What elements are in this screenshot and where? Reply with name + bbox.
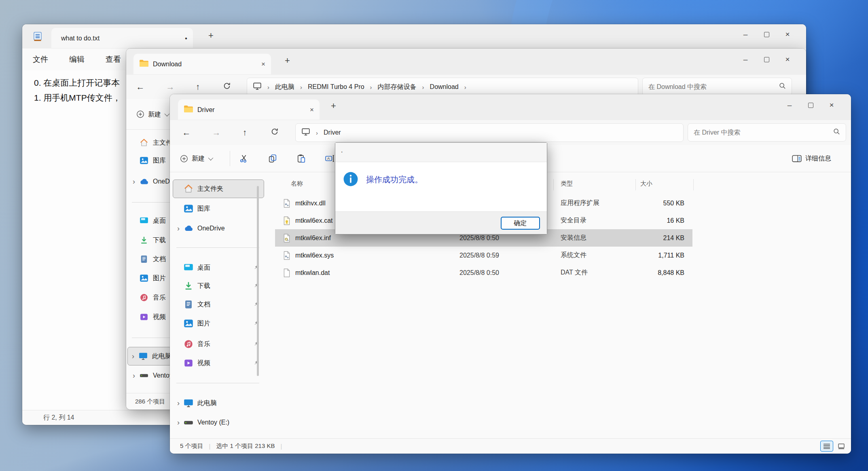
home-icon bbox=[184, 184, 193, 194]
details-view-button[interactable] bbox=[820, 441, 833, 452]
status-divider: | bbox=[209, 443, 211, 450]
driver-tab[interactable]: Driver × bbox=[178, 99, 320, 120]
new-tab-button[interactable]: + bbox=[208, 30, 214, 41]
sidebar-item-onedrive[interactable]: › OneDrive bbox=[173, 220, 264, 237]
device-icon bbox=[301, 127, 310, 138]
new-button[interactable]: 新建 bbox=[180, 154, 212, 163]
minimize-button[interactable]: – bbox=[735, 52, 756, 67]
column-header-size[interactable]: 大小 bbox=[640, 180, 652, 188]
address-bar[interactable]: › Driver bbox=[295, 123, 684, 142]
search-input[interactable] bbox=[643, 83, 779, 91]
expander-icon[interactable]: › bbox=[173, 399, 184, 408]
paste-button[interactable] bbox=[292, 150, 310, 167]
file-row[interactable]: mtkwlan.dat 2025/8/8 0:50 DAT 文件 8,848 K… bbox=[275, 264, 692, 281]
close-button[interactable]: × bbox=[777, 52, 798, 67]
maximize-button[interactable] bbox=[756, 52, 777, 67]
back-button[interactable]: ← bbox=[133, 82, 147, 92]
gallery-icon bbox=[139, 156, 149, 165]
notepad-tab[interactable]: what to do.txt ● bbox=[51, 28, 193, 49]
expander-icon[interactable]: › bbox=[173, 224, 184, 233]
new-tab-button[interactable]: + bbox=[331, 101, 336, 111]
sys-file-icon bbox=[283, 247, 290, 264]
driver-tab-title: Driver bbox=[197, 106, 307, 114]
refresh-button[interactable] bbox=[268, 128, 282, 138]
sidebar-item-downloads[interactable]: 下载 bbox=[173, 277, 264, 295]
device-icon bbox=[253, 82, 262, 92]
download-titlebar[interactable]: Download × + – × bbox=[126, 49, 806, 75]
breadcrumb-separator: › bbox=[300, 84, 302, 91]
cat-file-icon bbox=[283, 212, 290, 229]
forward-button[interactable]: → bbox=[210, 128, 223, 137]
new-button[interactable]: 新建 bbox=[136, 110, 168, 118]
ok-button-label: 确定 bbox=[514, 219, 527, 228]
menu-edit[interactable]: 编辑 bbox=[59, 54, 95, 65]
sidebar-scrollbar[interactable] bbox=[257, 186, 259, 376]
tab-close-icon[interactable]: × bbox=[261, 60, 265, 68]
music-icon bbox=[184, 339, 193, 349]
expander-icon[interactable]: › bbox=[129, 372, 139, 380]
breadcrumb-this-pc[interactable]: 此电脑 bbox=[275, 83, 294, 91]
search-input[interactable] bbox=[688, 129, 833, 136]
column-header-type[interactable]: 类型 bbox=[561, 180, 573, 188]
tab-close-icon[interactable]: × bbox=[310, 106, 314, 114]
maximize-button[interactable] bbox=[800, 97, 821, 113]
breadcrumb-folder[interactable]: Driver bbox=[324, 129, 341, 136]
expander-icon[interactable]: › bbox=[173, 418, 184, 427]
search-box[interactable] bbox=[688, 123, 846, 142]
sidebar-item-music[interactable]: 音乐 bbox=[173, 335, 264, 353]
breadcrumb-separator: › bbox=[316, 129, 318, 136]
ok-button[interactable]: 确定 bbox=[501, 217, 540, 230]
cursor-position-status: 行 2, 列 14 bbox=[43, 414, 74, 422]
icons-view-button[interactable] bbox=[835, 441, 848, 452]
copy-button[interactable] bbox=[264, 150, 282, 167]
refresh-button[interactable] bbox=[220, 82, 234, 92]
documents-icon bbox=[139, 254, 149, 264]
download-tab[interactable]: Download × bbox=[133, 54, 271, 75]
sidebar-item-pictures[interactable]: 图片 bbox=[173, 315, 264, 332]
minimize-button[interactable]: – bbox=[779, 97, 800, 113]
minimize-button[interactable]: – bbox=[735, 27, 756, 42]
details-pane-button[interactable]: 详细信息 bbox=[792, 154, 831, 163]
download-tab-title: Download bbox=[153, 61, 258, 68]
sidebar-item-documents[interactable]: 文档 bbox=[173, 296, 264, 313]
dialog-footer: 确定 bbox=[335, 211, 547, 234]
sidebar-item-ventoy[interactable]: › Ventoy (E:) bbox=[173, 414, 264, 431]
forward-button[interactable]: → bbox=[163, 82, 177, 92]
item-count: 286 个项目 bbox=[135, 398, 165, 406]
sidebar-item-this-pc[interactable]: › 此电脑 bbox=[173, 394, 264, 412]
column-header-name[interactable]: 名称 bbox=[291, 180, 303, 188]
sidebar-item-home[interactable]: 主文件夹 bbox=[173, 180, 264, 198]
status-divider: | bbox=[280, 443, 282, 450]
breadcrumb-separator: › bbox=[370, 84, 372, 91]
new-tab-button[interactable]: + bbox=[285, 55, 290, 66]
up-button[interactable]: ↑ bbox=[238, 128, 252, 137]
close-button[interactable]: × bbox=[777, 27, 798, 42]
sidebar-item-desktop[interactable]: 桌面 bbox=[173, 259, 264, 277]
notepad-titlebar[interactable]: what to do.txt ● + – × bbox=[22, 24, 806, 49]
maximize-icon bbox=[764, 32, 769, 37]
up-button[interactable]: ↑ bbox=[191, 82, 205, 92]
expander-icon[interactable]: › bbox=[129, 177, 139, 186]
close-button[interactable]: × bbox=[821, 97, 842, 113]
expander-icon[interactable]: › bbox=[128, 352, 138, 361]
maximize-button[interactable] bbox=[756, 27, 777, 42]
cut-button[interactable] bbox=[235, 150, 253, 167]
music-icon bbox=[139, 293, 149, 302]
breadcrumb-storage[interactable]: 内部存储设备 bbox=[378, 83, 417, 91]
search-box[interactable] bbox=[642, 78, 792, 96]
chevron-down-icon bbox=[208, 155, 214, 161]
back-button[interactable]: ← bbox=[180, 128, 193, 137]
videos-icon bbox=[139, 312, 149, 322]
downloads-icon bbox=[184, 281, 193, 291]
dialog-titlebar[interactable]: . bbox=[335, 143, 547, 162]
dll-file-icon bbox=[283, 194, 290, 212]
address-bar[interactable]: › 此电脑 › REDMI Turbo 4 Pro › 内部存储设备 › Dow… bbox=[247, 78, 638, 96]
sidebar-item-videos[interactable]: 视频 bbox=[173, 354, 264, 372]
file-row[interactable]: mtkwl6ex.sys 2025/8/8 0:59 系统文件 1,711 KB bbox=[275, 247, 692, 264]
sidebar-item-gallery[interactable]: 图库 bbox=[173, 200, 264, 218]
breadcrumb-folder[interactable]: Download bbox=[430, 83, 459, 91]
driver-titlebar[interactable]: Driver × + – × bbox=[170, 94, 851, 120]
breadcrumb-device[interactable]: REDMI Turbo 4 Pro bbox=[308, 83, 364, 91]
driver-statusbar: 5 个项目 | 选中 1 个项目 213 KB | bbox=[170, 438, 851, 454]
menu-file[interactable]: 文件 bbox=[22, 54, 59, 65]
